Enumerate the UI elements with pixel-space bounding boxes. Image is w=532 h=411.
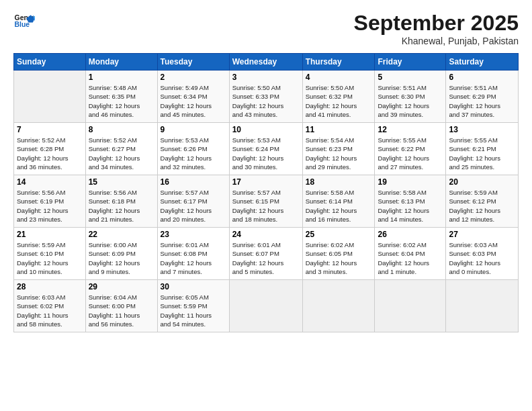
calendar-cell: 12Sunrise: 5:55 AM Sunset: 6:22 PM Dayli… (375, 123, 446, 175)
day-number: 23 (161, 230, 226, 239)
calendar-cell: 16Sunrise: 5:57 AM Sunset: 6:17 PM Dayli… (157, 175, 229, 228)
day-number: 19 (378, 177, 443, 187)
day-number: 10 (232, 125, 300, 134)
day-number: 20 (449, 177, 515, 187)
calendar-cell: 1Sunrise: 5:48 AM Sunset: 6:35 PM Daylig… (85, 71, 157, 123)
calendar-cell: 9Sunrise: 5:53 AM Sunset: 6:26 PM Daylig… (157, 123, 229, 175)
day-number: 6 (449, 73, 515, 82)
day-info: Sunrise: 5:52 AM Sunset: 6:27 PM Dayligh… (89, 136, 154, 171)
day-info: Sunrise: 5:56 AM Sunset: 6:18 PM Dayligh… (89, 188, 154, 224)
header-monday: Monday (85, 54, 157, 71)
day-info: Sunrise: 5:58 AM Sunset: 6:14 PM Dayligh… (306, 188, 372, 224)
day-number: 3 (232, 73, 300, 82)
day-number: 27 (449, 230, 515, 239)
day-number: 2 (161, 73, 226, 82)
week-row-1: 1Sunrise: 5:48 AM Sunset: 6:35 PM Daylig… (14, 71, 519, 123)
day-info: Sunrise: 5:51 AM Sunset: 6:30 PM Dayligh… (378, 83, 443, 119)
calendar-cell: 21Sunrise: 5:59 AM Sunset: 6:10 PM Dayli… (14, 228, 86, 280)
day-number: 14 (17, 177, 83, 187)
week-row-5: 28Sunrise: 6:03 AM Sunset: 6:02 PM Dayli… (14, 280, 519, 332)
day-number: 4 (306, 73, 372, 82)
header-friday: Friday (375, 54, 446, 71)
day-info: Sunrise: 5:54 AM Sunset: 6:23 PM Dayligh… (306, 136, 372, 171)
day-number: 30 (161, 282, 226, 291)
calendar-cell: 22Sunrise: 6:00 AM Sunset: 6:09 PM Dayli… (85, 228, 157, 280)
calendar-cell (375, 280, 446, 332)
day-number: 24 (232, 230, 300, 239)
calendar-cell: 30Sunrise: 6:05 AM Sunset: 5:59 PM Dayli… (157, 280, 229, 332)
week-row-4: 21Sunrise: 5:59 AM Sunset: 6:10 PM Dayli… (14, 228, 519, 280)
header-saturday: Saturday (446, 54, 519, 71)
day-number: 18 (306, 177, 372, 187)
calendar-cell: 18Sunrise: 5:58 AM Sunset: 6:14 PM Dayli… (302, 175, 375, 228)
calendar-cell: 11Sunrise: 5:54 AM Sunset: 6:23 PM Dayli… (302, 123, 375, 175)
calendar-cell (14, 71, 86, 123)
calendar-table: Sunday Monday Tuesday Wednesday Thursday… (13, 53, 519, 332)
logo: General Blue (13, 11, 35, 32)
calendar-cell: 27Sunrise: 6:03 AM Sunset: 6:03 PM Dayli… (446, 228, 519, 280)
day-info: Sunrise: 6:04 AM Sunset: 6:00 PM Dayligh… (89, 293, 154, 328)
calendar-cell: 26Sunrise: 6:02 AM Sunset: 6:04 PM Dayli… (375, 228, 446, 280)
day-info: Sunrise: 5:50 AM Sunset: 6:32 PM Dayligh… (306, 83, 372, 119)
day-info: Sunrise: 5:57 AM Sunset: 6:15 PM Dayligh… (232, 188, 300, 224)
day-number: 15 (89, 177, 154, 187)
day-info: Sunrise: 5:48 AM Sunset: 6:35 PM Dayligh… (89, 83, 154, 119)
day-info: Sunrise: 6:02 AM Sunset: 6:04 PM Dayligh… (378, 240, 443, 276)
logo-icon: General Blue (13, 11, 35, 32)
day-info: Sunrise: 5:50 AM Sunset: 6:33 PM Dayligh… (232, 83, 300, 119)
day-info: Sunrise: 6:01 AM Sunset: 6:07 PM Dayligh… (232, 240, 300, 276)
day-info: Sunrise: 5:53 AM Sunset: 6:26 PM Dayligh… (161, 136, 226, 171)
day-number: 11 (306, 125, 372, 134)
day-number: 9 (161, 125, 226, 134)
day-info: Sunrise: 5:58 AM Sunset: 6:13 PM Dayligh… (378, 188, 443, 224)
day-info: Sunrise: 5:51 AM Sunset: 6:29 PM Dayligh… (449, 83, 515, 119)
svg-text:Blue: Blue (15, 21, 30, 28)
day-info: Sunrise: 5:59 AM Sunset: 6:12 PM Dayligh… (449, 188, 515, 224)
day-number: 12 (378, 125, 443, 134)
calendar-cell: 17Sunrise: 5:57 AM Sunset: 6:15 PM Dayli… (229, 175, 302, 228)
day-info: Sunrise: 5:57 AM Sunset: 6:17 PM Dayligh… (161, 188, 226, 224)
day-info: Sunrise: 5:49 AM Sunset: 6:34 PM Dayligh… (161, 83, 226, 119)
day-number: 5 (378, 73, 443, 82)
day-info: Sunrise: 5:59 AM Sunset: 6:10 PM Dayligh… (17, 240, 83, 276)
day-number: 29 (89, 282, 154, 291)
header-wednesday: Wednesday (229, 54, 302, 71)
calendar-cell: 19Sunrise: 5:58 AM Sunset: 6:13 PM Dayli… (375, 175, 446, 228)
day-number: 28 (17, 282, 83, 291)
calendar-cell: 23Sunrise: 6:01 AM Sunset: 6:08 PM Dayli… (157, 228, 229, 280)
calendar-cell: 13Sunrise: 5:55 AM Sunset: 6:21 PM Dayli… (446, 123, 519, 175)
day-number: 17 (232, 177, 300, 187)
calendar-cell: 7Sunrise: 5:52 AM Sunset: 6:28 PM Daylig… (14, 123, 86, 175)
day-number: 13 (449, 125, 515, 134)
calendar-cell: 25Sunrise: 6:02 AM Sunset: 6:05 PM Dayli… (302, 228, 375, 280)
day-info: Sunrise: 6:00 AM Sunset: 6:09 PM Dayligh… (89, 240, 154, 276)
day-info: Sunrise: 6:05 AM Sunset: 5:59 PM Dayligh… (161, 293, 226, 328)
day-info: Sunrise: 6:02 AM Sunset: 6:05 PM Dayligh… (306, 240, 372, 276)
day-info: Sunrise: 5:55 AM Sunset: 6:22 PM Dayligh… (378, 136, 443, 171)
day-info: Sunrise: 6:03 AM Sunset: 6:03 PM Dayligh… (449, 240, 515, 276)
month-title: September 2025 (354, 11, 519, 36)
day-number: 16 (161, 177, 226, 187)
day-info: Sunrise: 5:53 AM Sunset: 6:24 PM Dayligh… (232, 136, 300, 171)
calendar-header-row: Sunday Monday Tuesday Wednesday Thursday… (14, 54, 519, 71)
title-block: September 2025 Khanewal, Punjab, Pakista… (354, 11, 519, 46)
week-row-3: 14Sunrise: 5:56 AM Sunset: 6:19 PM Dayli… (14, 175, 519, 228)
day-number: 22 (89, 230, 154, 239)
page-header: General Blue September 2025 Khanewal, Pu… (13, 11, 519, 46)
calendar-cell: 4Sunrise: 5:50 AM Sunset: 6:32 PM Daylig… (302, 71, 375, 123)
day-number: 25 (306, 230, 372, 239)
day-info: Sunrise: 5:52 AM Sunset: 6:28 PM Dayligh… (17, 136, 83, 171)
calendar-cell (229, 280, 302, 332)
day-number: 1 (89, 73, 154, 82)
calendar-cell: 29Sunrise: 6:04 AM Sunset: 6:00 PM Dayli… (85, 280, 157, 332)
calendar-cell: 28Sunrise: 6:03 AM Sunset: 6:02 PM Dayli… (14, 280, 86, 332)
day-info: Sunrise: 5:56 AM Sunset: 6:19 PM Dayligh… (17, 188, 83, 224)
calendar-cell: 10Sunrise: 5:53 AM Sunset: 6:24 PM Dayli… (229, 123, 302, 175)
day-info: Sunrise: 6:03 AM Sunset: 6:02 PM Dayligh… (17, 293, 83, 328)
day-number: 7 (17, 125, 83, 134)
calendar-cell (302, 280, 375, 332)
calendar-cell: 8Sunrise: 5:52 AM Sunset: 6:27 PM Daylig… (85, 123, 157, 175)
location-subtitle: Khanewal, Punjab, Pakistan (354, 36, 519, 46)
calendar-cell: 14Sunrise: 5:56 AM Sunset: 6:19 PM Dayli… (14, 175, 86, 228)
day-number: 21 (17, 230, 83, 239)
